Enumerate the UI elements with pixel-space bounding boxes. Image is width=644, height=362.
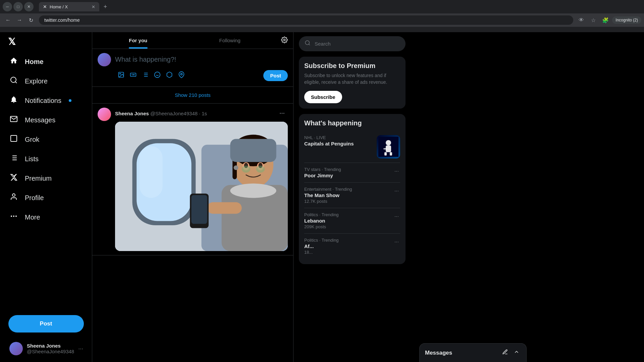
compose-post-button[interactable]: Post	[263, 70, 288, 81]
airplane-scene	[115, 122, 288, 251]
trending-item-more-button[interactable]: ···	[393, 187, 400, 195]
eye-off-icon[interactable]: 👁	[576, 15, 587, 25]
incognito-badge[interactable]: Incognito (2)	[612, 16, 641, 24]
svg-rect-40	[207, 202, 242, 214]
maximize-button[interactable]: □	[13, 2, 23, 11]
tweet[interactable]: Sheena Jones @SheenaJone49348 · 1s	[92, 104, 293, 255]
tweet-more-button[interactable]	[276, 108, 288, 119]
feed-settings-button[interactable]	[276, 33, 293, 48]
whats-happening-title: What's happening	[304, 119, 400, 127]
compose-avatar	[98, 53, 111, 66]
trending-nhl-image	[377, 135, 400, 159]
sidebar-item-premium[interactable]: Premium	[4, 169, 88, 187]
svg-point-8	[12, 194, 15, 196]
messages-collapse-button[interactable]	[512, 348, 521, 358]
compose-placeholder[interactable]: What is happening?!	[115, 53, 288, 66]
trending-item-more-button[interactable]: ···	[393, 212, 400, 221]
trending-item-nhl[interactable]: NHL · LIVE Capitals at Penguins	[304, 131, 400, 163]
tweet-time: ·	[199, 111, 200, 116]
sidebar-user[interactable]: Sheena Jones @SheenaJone49348 ···	[4, 338, 88, 359]
tab-for-you[interactable]: For you	[92, 32, 184, 49]
compose-box: What is happening?!	[92, 49, 293, 87]
svg-rect-57	[390, 152, 392, 156]
trending-item-text: NHL · LIVE Capitals at Penguins	[304, 135, 373, 146]
tweet-timestamp: 1s	[202, 111, 207, 116]
subscribe-button[interactable]: Subscribe	[304, 91, 342, 103]
tab-following[interactable]: Following	[184, 32, 276, 49]
svg-rect-1	[11, 135, 17, 141]
home-icon	[9, 57, 18, 67]
svg-rect-42	[191, 195, 207, 224]
browser-chrome: ─ □ ✕ ✕ Home / X ✕ + ← → ↻ 👁 ☆ 🧩 Incogni…	[0, 0, 644, 32]
sidebar: 𝕏 Home Explore Notifications	[0, 32, 92, 362]
trending-item-lebanon[interactable]: Politics · Trending Lebanon 209K posts ·…	[304, 208, 400, 234]
refresh-button[interactable]: ↻	[25, 15, 36, 25]
show-posts-banner[interactable]: Show 210 posts	[92, 87, 293, 104]
notifications-label: Notifications	[25, 97, 61, 105]
forward-button[interactable]: →	[14, 15, 25, 25]
sidebar-item-lists[interactable]: Lists	[4, 150, 88, 168]
back-button[interactable]: ←	[3, 15, 13, 25]
extensions-icon[interactable]: 🧩	[600, 15, 611, 25]
trending-item-meta: TV stars · Trending	[304, 167, 393, 172]
tweet-author-name: Sheena Jones	[115, 111, 149, 116]
trending-item-count: 209K posts	[304, 224, 393, 229]
search-box[interactable]	[299, 36, 406, 51]
messages-icon	[9, 115, 18, 125]
notifications-icon	[9, 96, 18, 106]
svg-point-14	[120, 73, 121, 74]
messages-compose-button[interactable]	[501, 348, 509, 358]
trending-item-more-button[interactable]: ···	[393, 238, 400, 246]
trending-item-more-button[interactable]: ···	[393, 167, 400, 176]
tab-close-button[interactable]: ✕	[92, 4, 95, 9]
new-tab-button[interactable]: +	[101, 2, 110, 11]
trending-item-af[interactable]: Politics · Trending Af... 18... ···	[304, 234, 400, 259]
sidebar-user-more-button[interactable]: ···	[78, 345, 83, 352]
svg-rect-56	[384, 152, 387, 156]
trending-item-text: TV stars · Trending Poor Jimmy	[304, 167, 393, 178]
post-button[interactable]: Post	[8, 315, 84, 333]
add-location-button[interactable]	[175, 69, 187, 82]
compose-right: What is happening?!	[115, 53, 288, 82]
add-emoji-button[interactable]	[151, 69, 163, 82]
add-list-button[interactable]	[139, 69, 151, 82]
search-input[interactable]	[315, 41, 400, 47]
sidebar-item-more[interactable]: More	[4, 208, 88, 226]
minimize-button[interactable]: ─	[3, 2, 12, 11]
sidebar-item-explore[interactable]: Explore	[4, 72, 88, 90]
close-button[interactable]: ✕	[24, 2, 34, 11]
svg-rect-34	[137, 143, 191, 221]
sidebar-user-name: Sheena Jones	[27, 343, 74, 349]
svg-point-0	[11, 77, 16, 82]
star-icon[interactable]: ☆	[588, 15, 599, 25]
sidebar-item-messages[interactable]: Messages	[4, 111, 88, 129]
add-media-button[interactable]	[163, 69, 175, 82]
add-image-button[interactable]	[115, 69, 127, 82]
svg-point-53	[386, 140, 391, 145]
svg-point-47	[242, 166, 251, 173]
subscribe-box: Subscribe to Premium Subscribe to unlock…	[299, 57, 406, 109]
more-label: More	[25, 214, 40, 221]
sidebar-logo[interactable]: 𝕏	[4, 32, 88, 51]
svg-point-12	[284, 39, 285, 41]
sidebar-item-profile[interactable]: Profile	[4, 189, 88, 207]
explore-icon	[9, 76, 18, 86]
messages-header[interactable]: Messages	[420, 344, 526, 362]
profile-label: Profile	[25, 194, 44, 202]
tweet-author-handle: @SheenaJone49348	[150, 111, 198, 116]
sidebar-item-grok[interactable]: Grok	[4, 130, 88, 148]
user-info: Sheena Jones @SheenaJone49348	[27, 343, 74, 354]
grok-icon	[9, 134, 18, 144]
add-gif-button[interactable]	[127, 69, 139, 82]
app-container: 𝕏 Home Explore Notifications	[0, 32, 644, 362]
trending-item-text: Entertainment · Trending The Man Show 12…	[304, 187, 393, 204]
trending-item-poor-jimmy[interactable]: TV stars · Trending Poor Jimmy ···	[304, 163, 400, 183]
sidebar-item-home[interactable]: Home	[4, 53, 88, 71]
subscribe-title: Subscribe to Premium	[304, 62, 400, 70]
trending-item-man-show[interactable]: Entertainment · Trending The Man Show 12…	[304, 183, 400, 208]
sidebar-nav: Home Explore Notifications Messages	[4, 53, 88, 310]
sidebar-item-notifications[interactable]: Notifications	[4, 92, 88, 110]
address-bar[interactable]	[39, 15, 573, 25]
x-logo-icon: 𝕏	[8, 37, 16, 47]
active-tab[interactable]: ✕ Home / X ✕	[39, 2, 99, 11]
